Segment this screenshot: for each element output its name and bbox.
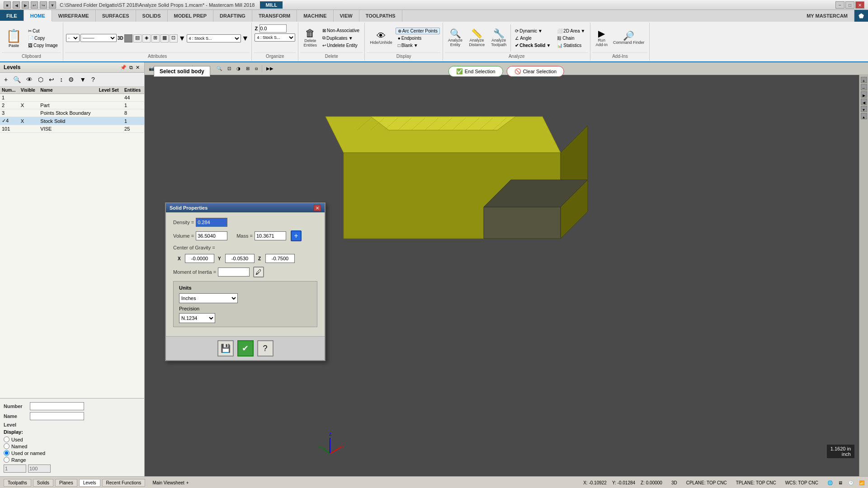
tab-view[interactable]: VIEW [334, 10, 359, 22]
dropdown-arrow[interactable]: ▼ [77, 75, 88, 84]
blank-button[interactable]: □ Blank ▼ [396, 42, 440, 49]
tab-model-prep[interactable]: MODEL PREP [168, 10, 214, 22]
radio-range-input[interactable] [4, 457, 9, 463]
endpoints-button[interactable]: ● Endpoints [396, 35, 440, 42]
non-associative-button[interactable]: ⊠ Non-Associative [320, 27, 362, 34]
dialog-help-button[interactable]: ? [257, 340, 274, 357]
arc-center-button[interactable]: ⊕ Arc Center Points [396, 28, 440, 34]
status-tab-toolpaths[interactable]: Toolpaths [4, 479, 31, 487]
move-icon[interactable]: ↩ [47, 75, 57, 84]
radio-named-input[interactable] [4, 443, 9, 449]
attr-btn2[interactable]: ▤ [133, 34, 142, 42]
tab-surfaces[interactable]: SURFACES [96, 10, 136, 22]
vp-btn-fit[interactable]: ⊡ [225, 65, 233, 72]
copy-image-button[interactable]: 🖼 Copy Image [26, 42, 60, 49]
moi-input[interactable] [218, 267, 250, 277]
cog-x-input[interactable] [185, 254, 214, 263]
line-style-select[interactable]: - [66, 34, 80, 42]
dialog-save-button[interactable]: 💾 [217, 340, 234, 357]
density-input[interactable] [196, 218, 227, 227]
angle-button[interactable]: ∠ Angle [513, 35, 553, 42]
highlight-icon[interactable]: ⬡ [36, 75, 46, 84]
check-solid-button[interactable]: ✔ Check Solid ▼ [513, 42, 553, 49]
tab-drafting[interactable]: DRAFTING [213, 10, 252, 22]
titlebar-icon-6[interactable]: ▼ [49, 1, 56, 9]
tab-machine[interactable]: MACHINE [297, 10, 333, 22]
right-sb-btn2[interactable]: − [861, 84, 867, 90]
computer-icon[interactable]: 🖥 [838, 480, 843, 485]
cut-button[interactable]: ✂ Cut [26, 28, 60, 34]
restore-button[interactable]: □ [845, 1, 854, 9]
cog-y-input[interactable] [225, 254, 255, 263]
tab-file[interactable]: FILE [0, 10, 24, 22]
2d-area-button[interactable]: ⬜ 2D Area ▼ [555, 28, 587, 34]
titlebar-icon-2[interactable]: ◀ [13, 1, 20, 9]
radio-range[interactable]: Range [4, 457, 141, 463]
vp-btn-more[interactable]: ▶▶ [264, 65, 276, 72]
range-to-input[interactable] [28, 465, 51, 473]
right-sb-btn1[interactable]: + [861, 77, 867, 83]
statistics-button[interactable]: 📊 Statistics [555, 42, 587, 49]
analyze-distance-button[interactable]: 📏 AnalyzeDistance [467, 28, 487, 48]
col-visible[interactable]: Visible [19, 87, 38, 94]
run-addin-button[interactable]: ▶ RunAdd-In [593, 28, 610, 48]
radio-named[interactable]: Named [4, 443, 141, 449]
add-material-button[interactable]: + [291, 230, 302, 241]
right-sb-btn4[interactable]: ◀ [861, 99, 867, 105]
attr-btn6[interactable]: ⊡ [170, 34, 178, 42]
tab-wireframe[interactable]: WIREFRAME [52, 10, 96, 22]
attr-btn5[interactable]: ▦ [160, 34, 169, 42]
status-tab-planes[interactable]: Planes [55, 479, 77, 487]
levels-close-button[interactable]: ✕ [135, 65, 141, 70]
range-from-input[interactable] [4, 465, 26, 473]
titlebar-icon-1[interactable]: ■ [4, 1, 11, 9]
vp-btn-zoom[interactable]: 🔍 [214, 65, 224, 72]
table-row[interactable]: 3 Points Stock Boundary 8 [0, 109, 144, 117]
tab-my-mastercam[interactable]: MY MASTERCAM [800, 10, 854, 22]
status-tab-solids[interactable]: Solids [33, 479, 53, 487]
titlebar-icon-4[interactable]: ↩ [31, 1, 38, 9]
mass-input[interactable] [255, 231, 286, 240]
volume-input[interactable] [196, 231, 227, 240]
analyze-entity-button[interactable]: 🔍 AnalyzeEntity [446, 28, 465, 48]
clock-icon[interactable]: 🕐 [848, 480, 854, 485]
z-input[interactable] [259, 24, 287, 33]
name-input[interactable] [30, 412, 84, 420]
hide-unhide-button[interactable]: 👁 Hide/Unhide [368, 30, 395, 46]
table-row[interactable]: ✓4 X Stock Solid 1 [0, 117, 144, 125]
radio-used-named-input[interactable] [4, 450, 9, 456]
attr-btn4[interactable]: ⊞ [151, 34, 160, 42]
add-level-button[interactable]: + [2, 75, 10, 84]
duplicates-button[interactable]: ⧉ Duplicates ▼ [320, 34, 362, 42]
dynamic-button[interactable]: ⟳ Dynamic ▼ [513, 28, 553, 34]
network-icon[interactable]: 📶 [859, 480, 864, 485]
end-selection-button[interactable]: ✅ End Selection [448, 66, 503, 77]
viewsheet-plus[interactable]: + [186, 480, 189, 485]
levels-float-button[interactable]: ⧉ [128, 65, 134, 70]
level-select[interactable]: 4 : Stock S... [187, 34, 241, 42]
visible-icon[interactable]: 👁 [24, 75, 35, 84]
settings-icon[interactable]: ⚙ [66, 75, 76, 84]
vp-btn-wireframe[interactable]: ⊞ [244, 65, 252, 72]
search-levels-button[interactable]: 🔍 [11, 75, 23, 84]
line-color-select[interactable]: ──── [80, 34, 117, 42]
dialog-close-button[interactable]: ✕ [314, 205, 321, 211]
radio-used-input[interactable] [4, 436, 9, 442]
vp-btn-section[interactable]: ⧈ [253, 65, 260, 72]
levels-pin-button[interactable]: 📌 [119, 65, 127, 70]
table-row[interactable]: 1 44 [0, 94, 144, 102]
table-row[interactable]: 2 X Part 1 [0, 102, 144, 109]
undelete-button[interactable]: ↩ Undelete Entity [320, 42, 362, 49]
precision-select[interactable]: N.1234 N.12 N.123456 [179, 313, 215, 323]
delete-entities-button[interactable]: 🗑 DeleteEntities [301, 27, 319, 49]
close-button[interactable]: ✕ [855, 1, 864, 9]
level-more[interactable]: ▼ [242, 34, 249, 42]
col-num[interactable]: Num... [0, 87, 19, 94]
globe-icon[interactable]: 🌐 [827, 480, 833, 485]
clear-selection-button[interactable]: 🚫 Clear Selection [507, 66, 565, 77]
titlebar-window-controls[interactable]: − □ ✕ [835, 1, 864, 9]
tab-solids[interactable]: SOLIDS [136, 10, 168, 22]
titlebar-icon-3[interactable]: ▶ [22, 1, 29, 9]
organize-level-select[interactable]: 4 : Stock S... [255, 33, 295, 42]
attr-btn3[interactable]: ◈ [142, 34, 151, 42]
